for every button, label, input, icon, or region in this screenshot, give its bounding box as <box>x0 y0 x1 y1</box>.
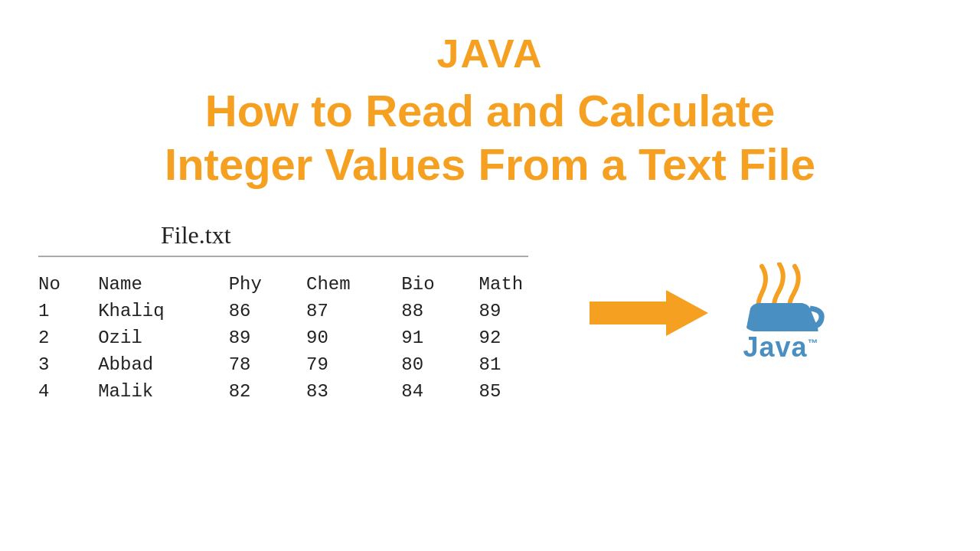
title-java: JAVA <box>437 31 544 77</box>
col-header-name: Name <box>98 271 229 298</box>
java-tm: ™ <box>808 337 819 349</box>
col-header-chem: Chem <box>306 271 401 298</box>
table-body: 1Khaliq868788892Ozil899091923Abbad787980… <box>38 298 574 405</box>
subtitle-line1: How to Read and Calculate <box>205 86 775 135</box>
cell-r3-c3: 83 <box>306 378 401 405</box>
data-table: No Name Phy Chem Bio Math 1Khaliq8687888… <box>38 271 574 405</box>
table-row: 2Ozil89909192 <box>38 324 574 351</box>
right-section: Java™ <box>590 262 827 364</box>
cell-r2-c3: 79 <box>306 351 401 378</box>
java-logo-container: Java™ <box>735 262 827 364</box>
cell-r3-c4: 84 <box>401 378 479 405</box>
table-header-row: No Name Phy Chem Bio Math <box>38 271 574 298</box>
cell-r2-c4: 80 <box>401 351 479 378</box>
cell-r1-c4: 91 <box>401 324 479 351</box>
col-header-math: Math <box>479 271 574 298</box>
cell-r0-c0: 1 <box>38 298 98 324</box>
cell-r1-c0: 2 <box>38 324 98 351</box>
content-area: File.txt No Name Phy Chem Bio Math 1Khal… <box>0 221 980 405</box>
cell-r2-c5: 81 <box>479 351 574 378</box>
cell-r0-c2: 86 <box>229 298 306 324</box>
cell-r3-c1: Malik <box>98 378 229 405</box>
cell-r2-c1: Abbad <box>98 351 229 378</box>
col-header-phy: Phy <box>229 271 306 298</box>
col-header-no: No <box>38 271 98 298</box>
svg-marker-0 <box>590 290 708 336</box>
file-title: File.txt <box>161 221 574 249</box>
title-subtitle: How to Read and Calculate Integer Values… <box>165 84 815 191</box>
cell-r0-c5: 89 <box>479 298 574 324</box>
cell-r1-c1: Ozil <box>98 324 229 351</box>
arrow-icon <box>590 286 712 340</box>
arrow-container <box>590 286 712 340</box>
cell-r3-c0: 4 <box>38 378 98 405</box>
cell-r2-c0: 3 <box>38 351 98 378</box>
cell-r0-c1: Khaliq <box>98 298 229 324</box>
cell-r0-c4: 88 <box>401 298 479 324</box>
subtitle-line2: Integer Values From a Text File <box>165 139 815 189</box>
cell-r1-c5: 92 <box>479 324 574 351</box>
table-row: 1Khaliq86878889 <box>38 298 574 324</box>
java-steam-icon <box>735 262 827 331</box>
cell-r3-c5: 85 <box>479 378 574 405</box>
cell-r2-c2: 78 <box>229 351 306 378</box>
table-row: 3Abbad78798081 <box>38 351 574 378</box>
cell-r0-c3: 87 <box>306 298 401 324</box>
col-header-bio: Bio <box>401 271 479 298</box>
cell-r1-c2: 89 <box>229 324 306 351</box>
java-logo-text: Java™ <box>743 331 818 364</box>
cell-r3-c2: 82 <box>229 378 306 405</box>
file-divider <box>38 256 528 257</box>
table-row: 4Malik82838485 <box>38 378 574 405</box>
main-container: JAVA How to Read and Calculate Integer V… <box>0 0 980 551</box>
cell-r1-c3: 90 <box>306 324 401 351</box>
file-section: File.txt No Name Phy Chem Bio Math 1Khal… <box>38 221 574 405</box>
